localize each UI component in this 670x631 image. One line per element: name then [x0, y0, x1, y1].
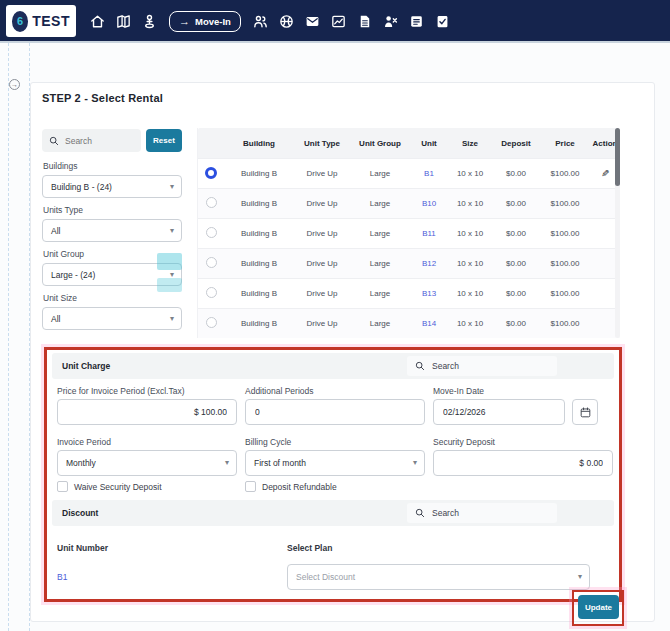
- map-icon[interactable]: [114, 13, 132, 31]
- unit-size-value: All: [51, 314, 60, 324]
- security-deposit-input[interactable]: [433, 450, 613, 476]
- arrow-right-icon: →: [179, 15, 190, 27]
- row-radio[interactable]: [206, 227, 217, 238]
- unit-size-select[interactable]: All ▾: [42, 307, 182, 330]
- table-row[interactable]: Building B Drive Up Large B1 10 x 10 $0.…: [198, 158, 620, 188]
- unit-group-value: Large - (24): [51, 270, 95, 280]
- file-icon[interactable]: [356, 13, 374, 31]
- table-row[interactable]: Building B Drive Up Large B11 10 x 10 $0…: [198, 218, 620, 248]
- units-type-select[interactable]: All ▾: [42, 219, 182, 242]
- move-in-date-input[interactable]: [433, 399, 565, 425]
- calendar-button[interactable]: [572, 399, 598, 425]
- col-price: Price: [540, 139, 590, 148]
- user-remove-icon[interactable]: [382, 13, 400, 31]
- cell-deposit: $0.00: [492, 169, 540, 178]
- table-row[interactable]: Building B Drive Up Large B14 10 x 10 $0…: [198, 308, 620, 338]
- row-radio-selected[interactable]: [205, 167, 217, 179]
- row-radio[interactable]: [206, 317, 217, 328]
- cell-unit-type: Drive Up: [294, 259, 350, 268]
- step-title: STEP 2 - Select Rental: [42, 92, 163, 104]
- chart-icon[interactable]: [330, 13, 348, 31]
- unit-link[interactable]: B10: [410, 199, 448, 208]
- cell-price: $100.00: [540, 229, 590, 238]
- cell-size: 10 x 10: [448, 199, 492, 208]
- app-logo[interactable]: 6 TEST: [6, 5, 76, 37]
- chevron-down-icon: ▾: [170, 226, 174, 235]
- buildings-label: Buildings: [43, 161, 182, 171]
- guide-line-left: [8, 43, 9, 631]
- filter-panel: Reset Buildings Building B - (24) ▾ Unit…: [42, 129, 182, 330]
- sphere-icon[interactable]: [278, 13, 296, 31]
- checkbox-icon[interactable]: [57, 481, 68, 492]
- billing-cycle-select[interactable]: First of month ▾: [245, 450, 425, 476]
- cell-unit-type: Drive Up: [294, 199, 350, 208]
- calendar-icon: [580, 407, 591, 418]
- street-view-icon[interactable]: [140, 13, 158, 31]
- additional-periods-input[interactable]: [245, 399, 425, 425]
- note-icon[interactable]: [408, 13, 426, 31]
- cell-building: Building B: [224, 199, 294, 208]
- additional-periods-label: Additional Periods: [245, 386, 314, 396]
- table-scrollbar[interactable]: [615, 128, 620, 338]
- unit-link[interactable]: B13: [410, 289, 448, 298]
- col-deposit: Deposit: [492, 139, 540, 148]
- buildings-value: Building B - (24): [51, 182, 112, 192]
- cell-size: 10 x 10: [448, 319, 492, 328]
- users-icon[interactable]: [252, 13, 270, 31]
- update-button[interactable]: Update: [578, 595, 619, 619]
- chevron-down-icon: ▾: [170, 182, 174, 191]
- buildings-select[interactable]: Building B - (24) ▾: [42, 175, 182, 198]
- row-radio[interactable]: [206, 257, 217, 268]
- artifact-ghost: [157, 253, 182, 270]
- unit-link[interactable]: B1: [410, 169, 448, 178]
- table-row[interactable]: Building B Drive Up Large B10 10 x 10 $0…: [198, 188, 620, 218]
- cell-unit-type: Drive Up: [294, 169, 350, 178]
- scrollbar-thumb[interactable]: [615, 128, 620, 186]
- select-discount-dropdown[interactable]: Select Discount ▾: [287, 564, 590, 590]
- mail-icon[interactable]: [304, 13, 322, 31]
- reset-button[interactable]: Reset: [146, 129, 182, 152]
- billing-cycle-value: First of month: [254, 458, 306, 468]
- discount-search[interactable]: Search: [407, 503, 557, 523]
- search-icon: [415, 361, 425, 371]
- row-radio[interactable]: [206, 287, 217, 298]
- chevron-down-icon: ▾: [170, 314, 174, 323]
- invoice-period-select[interactable]: Monthly ▾: [57, 450, 237, 476]
- row-radio[interactable]: [206, 197, 217, 208]
- cell-building: Building B: [224, 319, 294, 328]
- cell-deposit: $0.00: [492, 199, 540, 208]
- cell-deposit: $0.00: [492, 319, 540, 328]
- security-deposit-label: Security Deposit: [433, 437, 495, 447]
- unit-link[interactable]: B11: [410, 229, 448, 238]
- price-input[interactable]: [57, 399, 237, 425]
- cell-unit-group: Large: [350, 259, 410, 268]
- table-row[interactable]: Building B Drive Up Large B12 10 x 10 $0…: [198, 248, 620, 278]
- cell-unit-group: Large: [350, 319, 410, 328]
- search-icon: [49, 136, 59, 146]
- collapse-arrow-icon[interactable]: →: [9, 79, 20, 90]
- top-navbar: 6 TEST → Move-In: [0, 0, 670, 43]
- checkbox-icon[interactable]: [245, 481, 256, 492]
- edit-pencil-icon[interactable]: ✎: [601, 168, 609, 179]
- unit-link[interactable]: B14: [410, 319, 448, 328]
- waive-deposit-checkbox[interactable]: Waive Security Deposit: [57, 481, 162, 492]
- filter-search[interactable]: [42, 129, 141, 152]
- col-unit-type: Unit Type: [294, 139, 350, 148]
- cell-price: $100.00: [540, 319, 590, 328]
- cell-unit-group: Large: [350, 199, 410, 208]
- unit-link[interactable]: B12: [410, 259, 448, 268]
- invoice-period-label: Invoice Period: [57, 437, 111, 447]
- clipboard-check-icon[interactable]: [434, 13, 452, 31]
- invoice-period-value: Monthly: [66, 458, 96, 468]
- filter-search-input[interactable]: [65, 136, 125, 146]
- move-in-button[interactable]: → Move-In: [169, 11, 241, 32]
- home-icon[interactable]: [88, 13, 106, 31]
- deposit-refundable-checkbox[interactable]: Deposit Refundable: [245, 481, 337, 492]
- logo-badge: 6: [12, 11, 28, 32]
- unit-charge-search[interactable]: Search: [407, 356, 557, 376]
- unit-number-label: Unit Number: [57, 543, 108, 553]
- table-row[interactable]: Building B Drive Up Large B13 10 x 10 $0…: [198, 278, 620, 308]
- logo-text: TEST: [32, 13, 70, 29]
- discount-unit-link[interactable]: B1: [57, 572, 67, 582]
- cell-price: $100.00: [540, 259, 590, 268]
